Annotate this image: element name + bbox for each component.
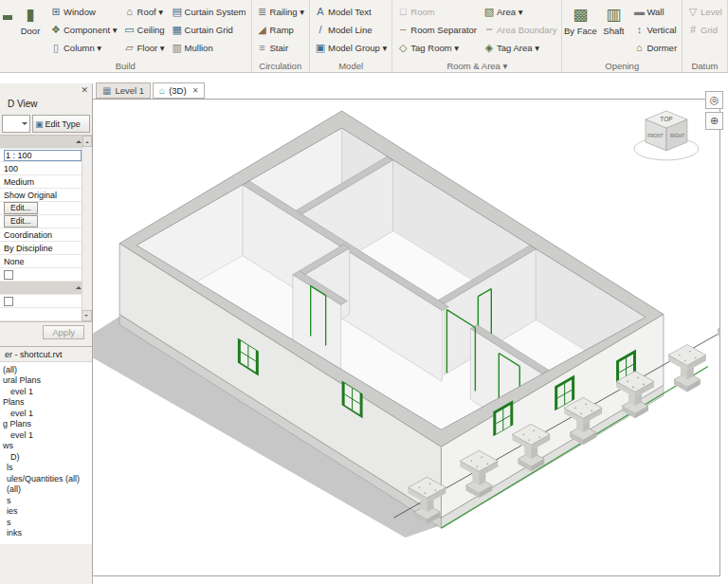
browser-item[interactable]: g Plans (0, 419, 92, 430)
grid-icon: # (687, 24, 699, 35)
railing-button[interactable]: ≣ Railing ▾ (255, 3, 306, 20)
tag-room-button[interactable]: ◇ Tag Room ▾ (395, 39, 479, 56)
view-scale-value[interactable]: 1 : 100 (4, 150, 82, 161)
curtain-system-button[interactable]: ▤ Curtain System (170, 3, 248, 20)
roof-icon: ⌂ (124, 6, 136, 17)
browser-item[interactable]: ls (0, 463, 92, 474)
opening-wall-button[interactable]: ▬ Wall (631, 3, 679, 20)
project-browser-tree: (all) ural Plans evel 1 Plans evel 1 g P… (0, 361, 92, 544)
display-options-edit-button[interactable]: Edit... (4, 215, 38, 228)
scale-value-cell[interactable]: 100 (0, 162, 92, 175)
mullion-button[interactable]: ▥ Mullion (170, 39, 248, 56)
area-button[interactable]: ▧ Area ▾ (482, 3, 558, 20)
viewcube-top-label: TOP (660, 116, 672, 122)
room-separator-icon: ┄ (397, 24, 409, 35)
column-icon: ▯ (50, 42, 62, 53)
model-line-button[interactable]: / Model Line (313, 21, 389, 38)
door-button[interactable]: ▮ Door (15, 3, 46, 36)
column-button[interactable]: ▯ Column ▾ (48, 39, 119, 56)
floor-plan-icon: ▦ (102, 85, 111, 96)
grid-button[interactable]: # Grid (685, 21, 724, 38)
analysis-display-cell[interactable]: None (0, 255, 92, 268)
stair-button[interactable]: ≡ Stair (255, 39, 306, 56)
tag-room-icon: ◇ (397, 42, 409, 53)
project-browser-title: er - shortcut.rvt (0, 346, 92, 361)
curtain-grid-button[interactable]: ▦ Curtain Grid (170, 21, 248, 38)
scroll-down-arrow[interactable] (82, 310, 92, 321)
vertical-button[interactable]: ↕ Vertical (631, 21, 679, 38)
room-button[interactable]: □ Room (395, 3, 479, 20)
browser-item[interactable]: evel 1 (0, 386, 92, 397)
browser-item[interactable]: s (0, 517, 92, 528)
mullion-icon: ▥ (172, 42, 183, 53)
properties-scrollbar[interactable] (82, 136, 92, 321)
browser-item[interactable]: inks (0, 528, 92, 539)
detail-level-cell[interactable]: Medium (0, 175, 92, 189)
browser-item[interactable]: Plans (0, 397, 92, 409)
level-button[interactable]: ▽ Level (685, 3, 724, 20)
component-icon: ❖ (50, 24, 62, 35)
browser-item[interactable]: (all) (0, 484, 92, 496)
area-boundary-button[interactable]: ┅ Area Boundary (482, 21, 558, 38)
window-button[interactable]: ⊞ Window (48, 3, 119, 20)
hidden-lines-cell[interactable]: By Discipline (0, 242, 92, 255)
area-boundary-icon: ┅ (483, 24, 495, 35)
crop-view-checkbox[interactable] (4, 297, 13, 306)
ceiling-button[interactable]: ▭ Ceiling (122, 21, 167, 38)
room-separator-button[interactable]: ┄ Room Separator (395, 21, 479, 38)
ramp-button[interactable]: ◢ Ramp (255, 21, 306, 38)
tag-area-button[interactable]: ◈ Tag Area ▾ (482, 39, 558, 56)
model-text-button[interactable]: A Model Text (313, 3, 389, 20)
tab-level-1[interactable]: ▦ Level 1 (96, 82, 151, 99)
browser-item[interactable]: s (0, 495, 92, 506)
browser-item[interactable]: D) (0, 451, 92, 463)
tab-3d-view[interactable]: ⌂ (3D) ✕ (153, 82, 205, 99)
parts-visibility-cell[interactable]: Show Original (0, 189, 92, 202)
shaft-icon: ▥ (606, 5, 621, 27)
panel-label-build: Build (0, 61, 251, 72)
panel-label-room-area[interactable]: Room & Area ▾ (392, 61, 561, 72)
by-face-button[interactable]: ▩ By Face (565, 3, 595, 36)
wall-button[interactable]: ▬ (3, 3, 12, 27)
prop-group-header[interactable] (0, 136, 92, 149)
close-palette-icon[interactable]: ✕ (81, 85, 88, 95)
wall-icon: ▬ (3, 5, 12, 27)
browser-item[interactable]: ies (0, 506, 92, 518)
model-group-button[interactable]: ▣ Model Group ▾ (313, 39, 389, 56)
browser-item[interactable]: ural Plans (0, 375, 92, 387)
panel-circulation: ≣ Railing ▾ ◢ Ramp ≡ Stair Circulation (252, 0, 310, 72)
drawing-area[interactable]: TOP FRONT RIGHT (92, 99, 720, 576)
browser-item[interactable]: ws (0, 441, 92, 452)
type-selector-dropdown[interactable] (2, 115, 30, 133)
apply-button[interactable]: Apply (43, 325, 84, 339)
dormer-button[interactable]: ⌂ Dormer (631, 39, 679, 56)
browser-item[interactable]: evel 1 (0, 429, 92, 441)
edit-type-button[interactable]: ▣ Edit Type (32, 115, 90, 133)
stair-icon: ≡ (257, 42, 268, 53)
close-tab-icon[interactable]: ✕ (192, 86, 199, 95)
properties-grid: 1 : 100 100 Medium Show Original Edit...… (0, 135, 92, 322)
view-cube[interactable]: TOP FRONT RIGHT (634, 111, 699, 160)
sun-path-checkbox[interactable] (4, 270, 13, 280)
component-button[interactable]: ❖ Component ▾ (48, 21, 119, 38)
view-tab-bar: ▦ Level 1 ⌂ (3D) ✕ (92, 83, 728, 99)
viewcube-front-label: FRONT (647, 134, 664, 138)
browser-item[interactable]: evel 1 (0, 408, 92, 419)
floor-button[interactable]: ▱ Floor ▾ (122, 39, 167, 56)
panel-room-area: □ Room ┄ Room Separator ◇ Tag Room ▾ ▧ A… (392, 0, 562, 72)
browser-item[interactable]: (all) (0, 364, 92, 375)
discipline-cell[interactable]: Coordination (0, 228, 92, 242)
curtain-system-icon: ▤ (172, 6, 183, 17)
steering-wheel-button[interactable]: ◎ (705, 91, 723, 109)
ceiling-icon: ▭ (124, 24, 136, 35)
prop-group-header[interactable] (0, 282, 92, 295)
scroll-up-arrow[interactable] (82, 136, 92, 147)
vertical-icon: ↕ (633, 24, 645, 35)
zoom-button[interactable]: ⊕ (705, 112, 723, 130)
vg-overrides-edit-button[interactable]: Edit... (4, 202, 38, 214)
roof-button[interactable]: ⌂ Roof ▾ (122, 3, 167, 20)
shaft-button[interactable]: ▥ Shaft (598, 3, 628, 36)
panel-model: A Model Text / Model Line ▣ Model Group … (310, 0, 392, 72)
panel-label-circulation: Circulation (252, 61, 309, 72)
browser-item[interactable]: ules/Quantities (all) (0, 473, 92, 484)
